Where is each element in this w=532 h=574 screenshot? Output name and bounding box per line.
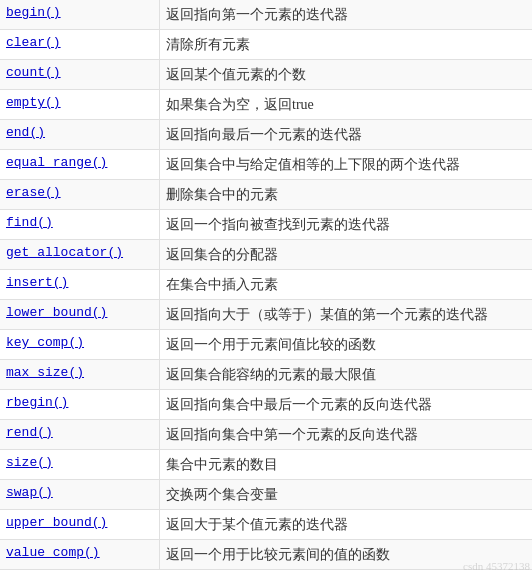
func-cell: insert()	[0, 270, 160, 299]
table-row: insert()在集合中插入元素	[0, 270, 532, 300]
func-link[interactable]: upper_bound()	[6, 515, 107, 530]
desc-cell: 返回指向最后一个元素的迭代器	[160, 120, 532, 149]
table-row: begin()返回指向第一个元素的迭代器	[0, 0, 532, 30]
desc-cell: 返回指向集合中最后一个元素的反向迭代器	[160, 390, 532, 419]
func-cell: count()	[0, 60, 160, 89]
func-link[interactable]: begin()	[6, 5, 61, 20]
func-cell: key_comp()	[0, 330, 160, 359]
desc-cell: 返回集合中与给定值相等的上下限的两个迭代器	[160, 150, 532, 179]
table-row: end()返回指向最后一个元素的迭代器	[0, 120, 532, 150]
func-link[interactable]: key_comp()	[6, 335, 84, 350]
func-cell: begin()	[0, 0, 160, 29]
table-row: lower_bound()返回指向大于（或等于）某值的第一个元素的迭代器	[0, 300, 532, 330]
func-cell: end()	[0, 120, 160, 149]
table-row: empty()如果集合为空，返回true	[0, 90, 532, 120]
func-link[interactable]: equal_range()	[6, 155, 107, 170]
table-row: erase()删除集合中的元素	[0, 180, 532, 210]
desc-cell: 返回某个值元素的个数	[160, 60, 532, 89]
desc-cell: 返回大于某个值元素的迭代器	[160, 510, 532, 539]
func-link[interactable]: clear()	[6, 35, 61, 50]
table-row: rbegin()返回指向集合中最后一个元素的反向迭代器	[0, 390, 532, 420]
table-row: rend()返回指向集合中第一个元素的反向迭代器	[0, 420, 532, 450]
desc-cell: 返回一个用于比较元素间的值的函数	[160, 540, 532, 569]
table-row: find()返回一个指向被查找到元素的迭代器	[0, 210, 532, 240]
desc-cell: 返回集合能容纳的元素的最大限值	[160, 360, 532, 389]
func-link[interactable]: insert()	[6, 275, 68, 290]
func-cell: erase()	[0, 180, 160, 209]
func-cell: swap()	[0, 480, 160, 509]
table-row: size()集合中元素的数目	[0, 450, 532, 480]
table-row: get_allocator()返回集合的分配器	[0, 240, 532, 270]
desc-cell: 如果集合为空，返回true	[160, 90, 532, 119]
func-link[interactable]: max_size()	[6, 365, 84, 380]
desc-cell: 交换两个集合变量	[160, 480, 532, 509]
func-link[interactable]: empty()	[6, 95, 61, 110]
desc-cell: 删除集合中的元素	[160, 180, 532, 209]
desc-cell: 返回一个用于元素间值比较的函数	[160, 330, 532, 359]
func-cell: clear()	[0, 30, 160, 59]
func-cell: empty()	[0, 90, 160, 119]
func-link[interactable]: swap()	[6, 485, 53, 500]
table-row: clear()清除所有元素	[0, 30, 532, 60]
table-row: count()返回某个值元素的个数	[0, 60, 532, 90]
func-link[interactable]: size()	[6, 455, 53, 470]
desc-cell: 在集合中插入元素	[160, 270, 532, 299]
desc-cell: 返回指向集合中第一个元素的反向迭代器	[160, 420, 532, 449]
func-cell: rbegin()	[0, 390, 160, 419]
func-link[interactable]: end()	[6, 125, 45, 140]
desc-cell: 返回一个指向被查找到元素的迭代器	[160, 210, 532, 239]
table-row: upper_bound()返回大于某个值元素的迭代器	[0, 510, 532, 540]
desc-cell: 返回指向大于（或等于）某值的第一个元素的迭代器	[160, 300, 532, 329]
func-link[interactable]: value_comp()	[6, 545, 100, 560]
func-link[interactable]: rbegin()	[6, 395, 68, 410]
desc-cell: 集合中元素的数目	[160, 450, 532, 479]
table-row: key_comp()返回一个用于元素间值比较的函数	[0, 330, 532, 360]
table-row: max_size()返回集合能容纳的元素的最大限值	[0, 360, 532, 390]
desc-cell: 返回集合的分配器	[160, 240, 532, 269]
func-cell: equal_range()	[0, 150, 160, 179]
func-cell: find()	[0, 210, 160, 239]
func-cell: size()	[0, 450, 160, 479]
func-link[interactable]: get_allocator()	[6, 245, 123, 260]
desc-cell: 清除所有元素	[160, 30, 532, 59]
func-link[interactable]: count()	[6, 65, 61, 80]
func-cell: rend()	[0, 420, 160, 449]
func-cell: value_comp()	[0, 540, 160, 569]
func-link[interactable]: erase()	[6, 185, 61, 200]
func-link[interactable]: find()	[6, 215, 53, 230]
table-row: value_comp()返回一个用于比较元素间的值的函数	[0, 540, 532, 570]
func-cell: max_size()	[0, 360, 160, 389]
api-table: begin()返回指向第一个元素的迭代器clear()清除所有元素count()…	[0, 0, 532, 570]
func-cell: upper_bound()	[0, 510, 160, 539]
func-link[interactable]: rend()	[6, 425, 53, 440]
table-row: equal_range()返回集合中与给定值相等的上下限的两个迭代器	[0, 150, 532, 180]
func-link[interactable]: lower_bound()	[6, 305, 107, 320]
desc-cell: 返回指向第一个元素的迭代器	[160, 0, 532, 29]
table-row: swap()交换两个集合变量	[0, 480, 532, 510]
func-cell: lower_bound()	[0, 300, 160, 329]
func-cell: get_allocator()	[0, 240, 160, 269]
